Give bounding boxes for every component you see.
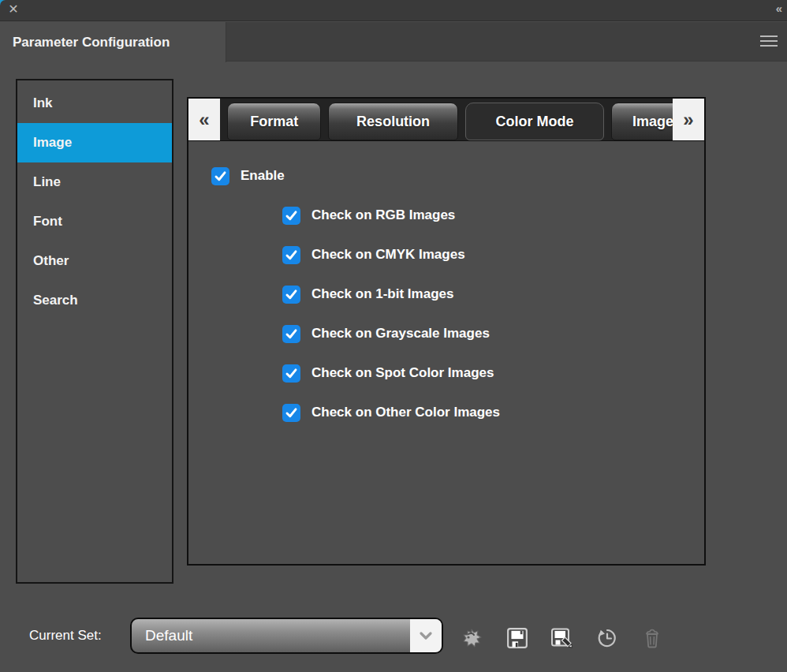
restore-history-button[interactable] <box>595 623 620 653</box>
collapse-panel-icon[interactable]: « <box>776 2 781 15</box>
panel-menu-icon[interactable] <box>760 35 778 48</box>
enable-checkbox[interactable] <box>211 167 229 185</box>
option-row: Check on CMYK Images <box>282 245 704 264</box>
tab-format[interactable]: Format <box>227 103 321 140</box>
option-label: Check on 1-bit Images <box>311 286 453 302</box>
category-list: Ink Image Line Font Other Search <box>16 79 173 584</box>
sidebar-item-ink[interactable]: Ink <box>17 84 172 123</box>
option-row: Check on Other Color Images <box>282 403 704 422</box>
one-bit-images-checkbox[interactable] <box>282 286 300 304</box>
tab-color-mode[interactable]: Color Mode <box>465 103 604 140</box>
save-set-as-icon <box>550 627 574 650</box>
sidebar-item-search[interactable]: Search <box>17 281 172 320</box>
new-set-button[interactable] <box>460 623 485 653</box>
chevron-down-icon <box>410 619 442 652</box>
save-set-icon <box>506 627 528 649</box>
trash-icon <box>643 628 661 648</box>
close-icon[interactable]: ✕ <box>6 2 21 17</box>
other-color-images-checkbox[interactable] <box>282 404 300 422</box>
new-set-icon <box>461 626 483 650</box>
current-set-value: Default <box>132 627 410 644</box>
option-label: Check on Grayscale Images <box>311 326 490 342</box>
option-label: Check on Other Color Images <box>311 405 500 420</box>
current-set-label: Current Set: <box>29 628 102 644</box>
window-title-bar: ✕ « <box>0 0 787 21</box>
option-label: Check on CMYK Images <box>311 247 465 263</box>
checkmark-icon <box>214 170 227 183</box>
option-row: Check on RGB Images <box>282 206 704 225</box>
spot-color-images-checkbox[interactable] <box>282 364 300 383</box>
save-set-button[interactable] <box>505 623 530 653</box>
sidebar-item-other[interactable]: Other <box>17 241 172 281</box>
tab-scroll-left-button[interactable]: « <box>188 99 220 140</box>
current-set-dropdown[interactable]: Default <box>130 618 443 654</box>
option-label: Check on Spot Color Images <box>311 365 494 381</box>
tab-scroll-right-button[interactable]: » <box>673 99 704 140</box>
tab-strip: « Format Resolution Color Mode Image » <box>188 99 704 141</box>
grayscale-images-checkbox[interactable] <box>282 325 300 343</box>
parameter-configuration-panel: ✕ « Parameter Configuration Ink Image Li… <box>0 0 787 672</box>
sidebar-item-font[interactable]: Font <box>17 202 172 241</box>
checkmark-icon <box>285 367 298 380</box>
checkmark-icon <box>285 327 298 341</box>
option-row: Check on Spot Color Images <box>282 364 704 383</box>
checkmark-icon <box>285 288 298 301</box>
enable-row: Enable <box>211 166 704 185</box>
panel-title: Parameter Configuration <box>13 35 170 50</box>
checkmark-icon <box>285 406 298 420</box>
delete-set-button[interactable] <box>640 623 665 653</box>
checkmark-icon <box>285 248 298 262</box>
panel-tab-row: Parameter Configuration <box>0 22 787 62</box>
enable-label: Enable <box>241 168 285 184</box>
sidebar-item-image[interactable]: Image <box>17 123 172 162</box>
option-row: Check on 1-bit Images <box>282 285 704 304</box>
checkmark-icon <box>285 209 298 222</box>
sidebar-item-line[interactable]: Line <box>17 162 172 202</box>
save-set-as-button[interactable] <box>550 623 575 653</box>
rgb-images-checkbox[interactable] <box>282 207 300 225</box>
tab-resolution[interactable]: Resolution <box>328 103 457 140</box>
option-label: Check on RGB Images <box>311 207 455 223</box>
color-mode-settings: Enable Check on RGB Images Check on CMYK… <box>188 141 704 422</box>
settings-panel: « Format Resolution Color Mode Image » E… <box>187 97 706 566</box>
set-toolbar <box>460 622 665 655</box>
history-clock-icon <box>596 627 618 649</box>
cmyk-images-checkbox[interactable] <box>282 246 300 264</box>
option-row: Check on Grayscale Images <box>282 324 704 343</box>
panel-title-tab[interactable]: Parameter Configuration <box>0 22 226 62</box>
